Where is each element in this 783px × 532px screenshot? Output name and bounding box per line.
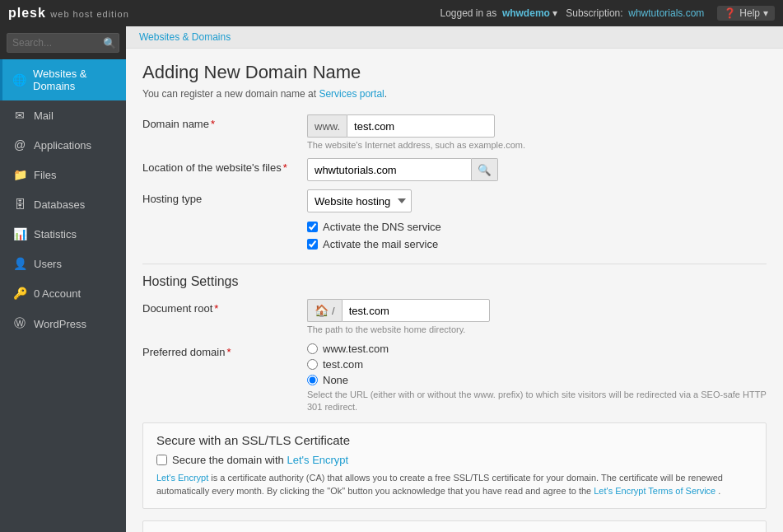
activate-mail-checkbox[interactable]	[307, 239, 318, 250]
radio-none-input[interactable]	[307, 375, 318, 385]
domain-name-input[interactable]	[347, 114, 495, 138]
websites-domains-icon: 🌐	[12, 73, 26, 86]
sidebar: 🔍 🌐 Websites & Domains ✉ Mail @ Applicat…	[0, 26, 126, 532]
ssl-checkbox-label[interactable]: Secure the domain with Let's Encrypt	[172, 454, 348, 466]
sidebar-item-label: Statistics	[34, 228, 77, 240]
hosting-type-row: Hosting type Website hosting No hosting …	[142, 189, 767, 212]
location-search-button[interactable]: 🔍	[472, 158, 498, 181]
doc-root-label: Document root*	[142, 299, 307, 315]
page-title: Adding New Domain Name	[142, 62, 767, 83]
sidebar-item-account[interactable]: 🔑 0 Account	[0, 278, 126, 308]
doc-root-hint: The path to the website home directory.	[307, 324, 767, 334]
lets-encrypt-tos-link[interactable]: Let's Encrypt Terms of Service	[594, 486, 715, 496]
doc-root-input[interactable]	[342, 299, 490, 322]
sidebar-item-wordpress[interactable]: Ⓦ WordPress	[0, 308, 126, 339]
files-section: Your Files to Copy to Hosting Enable Git…	[142, 520, 767, 532]
page-content: Adding New Domain Name You can register …	[126, 49, 783, 532]
radio-www-label[interactable]: www.test.com	[323, 343, 389, 355]
activate-dns-label[interactable]: Activate the DNS service	[323, 221, 441, 233]
preferred-domain-control: www.test.com test.com None Select the UR…	[307, 343, 767, 414]
ssl-title: Secure with an SSL/TLS Certificate	[156, 433, 753, 447]
username: whwdemo	[502, 7, 550, 19]
sidebar-item-applications[interactable]: @ Applications	[0, 130, 126, 160]
preferred-domain-row: Preferred domain* www.test.com test.com	[142, 343, 767, 414]
ssl-checkbox-row: Secure the domain with Let's Encrypt	[156, 454, 753, 466]
breadcrumb-link[interactable]: Websites & Domains	[139, 31, 231, 43]
plesk-logo: plesk web host edition	[8, 6, 129, 21]
preferred-domain-radio-group: www.test.com test.com None	[307, 343, 767, 386]
activate-mail-row: Activate the mail service	[307, 238, 767, 250]
sidebar-item-label: Applications	[34, 139, 91, 152]
sidebar-item-label: Websites & Domains	[33, 68, 116, 92]
radio-nowww: test.com	[307, 358, 767, 371]
doc-root-row: Document root* 🏠 / The path to the websi…	[142, 299, 767, 334]
domain-input-row: www.	[307, 114, 767, 138]
sidebar-item-label: Databases	[34, 198, 85, 211]
location-input[interactable]	[307, 158, 472, 181]
files-icon: 📁	[12, 168, 27, 181]
doc-root-control: 🏠 / The path to the website home directo…	[307, 299, 767, 334]
sidebar-item-files[interactable]: 📁 Files	[0, 160, 126, 189]
databases-icon: 🗄	[12, 198, 27, 211]
location-row: Location of the website's files* 🔍	[142, 158, 767, 181]
lets-encrypt-link-checkbox[interactable]: Let's Encrypt	[287, 454, 348, 466]
help-button[interactable]: ❓ Help ▾	[717, 6, 775, 21]
section-divider	[142, 264, 767, 264]
sidebar-item-databases[interactable]: 🗄 Databases	[0, 189, 126, 219]
sidebar-item-statistics[interactable]: 📊 Statistics	[0, 219, 126, 249]
logged-in-info: Logged in as whwdemo ▾ Subscription: whw…	[440, 7, 704, 19]
domain-prefix: www.	[307, 114, 347, 138]
search-icon-button[interactable]: 🔍	[103, 37, 116, 49]
location-label: Location of the website's files*	[142, 158, 307, 174]
dns-checkbox-row: Activate the DNS service Activate the ma…	[307, 221, 767, 250]
subtitle: You can register a new domain name at Se…	[142, 88, 767, 100]
doc-root-prefix: 🏠 /	[307, 299, 342, 322]
account-icon: 🔑	[12, 287, 27, 300]
location-input-wrap: 🔍	[307, 158, 767, 181]
domain-name-label: Domain name*	[142, 114, 307, 130]
radio-nowww-label[interactable]: test.com	[323, 358, 363, 371]
sidebar-item-label: Users	[34, 258, 62, 270]
lets-encrypt-link-desc[interactable]: Let's Encrypt	[156, 473, 208, 483]
subscription-value: whwtutorials.com	[628, 7, 704, 19]
activate-dns-row: Activate the DNS service	[307, 221, 767, 233]
location-control: 🔍	[307, 158, 767, 181]
hosting-type-select[interactable]: Website hosting No hosting Forwarding	[307, 189, 412, 212]
domain-name-control: www. The website's Internet address, suc…	[307, 114, 767, 150]
activate-dns-checkbox[interactable]	[307, 222, 318, 232]
search-box: 🔍	[0, 26, 126, 59]
wordpress-icon: Ⓦ	[12, 316, 27, 331]
domain-hint: The website's Internet address, such as …	[307, 140, 767, 150]
sidebar-item-label: Mail	[34, 110, 54, 122]
radio-none: None	[307, 374, 767, 386]
radio-www-input[interactable]	[307, 343, 318, 354]
preferred-domain-hint: Select the URL (either with or without t…	[307, 389, 767, 414]
home-icon: 🏠	[315, 304, 329, 317]
radio-www: www.test.com	[307, 343, 767, 355]
domain-name-row: Domain name* www. The website's Internet…	[142, 114, 767, 150]
sidebar-item-users[interactable]: 👤 Users	[0, 249, 126, 278]
ssl-checkbox[interactable]	[156, 455, 167, 465]
sidebar-item-label: 0 Account	[34, 287, 81, 300]
radio-none-label[interactable]: None	[323, 374, 348, 386]
content-area: Websites & Domains Adding New Domain Nam…	[126, 26, 783, 532]
hosting-settings-title: Hosting Settings	[142, 274, 767, 289]
search-wrap: 🔍	[7, 33, 119, 53]
ssl-section: Secure with an SSL/TLS Certificate Secur…	[142, 422, 767, 509]
services-portal-link[interactable]: Services portal	[319, 88, 384, 100]
breadcrumb: Websites & Domains	[126, 26, 783, 49]
ssl-description: Let's Encrypt is a certificate authority…	[156, 471, 733, 498]
top-bar: plesk web host edition Logged in as whwd…	[0, 0, 783, 26]
mail-icon: ✉	[12, 109, 27, 122]
doc-root-input-row: 🏠 /	[307, 299, 767, 322]
hosting-type-label: Hosting type	[142, 189, 307, 205]
sidebar-item-label: Files	[34, 169, 56, 181]
statistics-icon: 📊	[12, 227, 27, 240]
radio-nowww-input[interactable]	[307, 359, 318, 370]
preferred-domain-label: Preferred domain*	[142, 343, 307, 358]
main-layout: 🔍 🌐 Websites & Domains ✉ Mail @ Applicat…	[0, 26, 783, 532]
activate-mail-label[interactable]: Activate the mail service	[323, 238, 438, 250]
sidebar-item-mail[interactable]: ✉ Mail	[0, 100, 126, 130]
top-bar-right: Logged in as whwdemo ▾ Subscription: whw…	[440, 6, 775, 21]
sidebar-item-websites-domains[interactable]: 🌐 Websites & Domains	[0, 59, 126, 100]
